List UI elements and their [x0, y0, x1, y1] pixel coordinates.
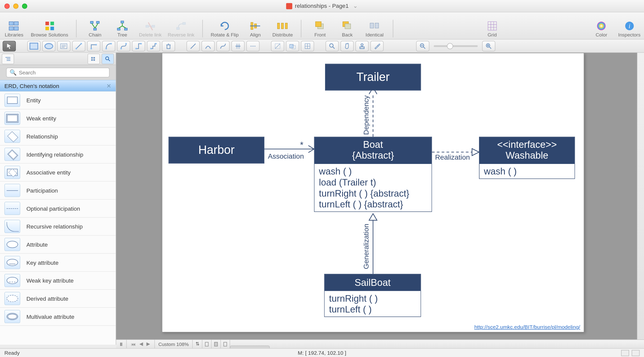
- connector-1-button[interactable]: [72, 41, 85, 51]
- identical-button[interactable]: Identical: [364, 20, 385, 37]
- source-url-note[interactable]: http://sce2.umkc.edu/BIT/burrise/pl/mode…: [474, 324, 580, 330]
- shape-associative-entity[interactable]: Associative entity: [0, 163, 116, 182]
- pagebar-zoom-stepper[interactable]: ⇅: [193, 340, 202, 348]
- chain-button[interactable]: Chain: [85, 20, 106, 37]
- sidebar-search-input[interactable]: [6, 68, 109, 77]
- window-title[interactable]: relationships - Page1: [286, 3, 358, 9]
- sailboat-op-0: turnRight ( ): [329, 293, 416, 304]
- svg-rect-1: [14, 22, 18, 25]
- shape-entity[interactable]: Entity: [0, 92, 116, 110]
- line-4-button[interactable]: [231, 41, 245, 51]
- sidebar-panel-title[interactable]: ERD, Chen's notation ✕: [0, 80, 116, 91]
- secondary-toolbar: [0, 39, 644, 53]
- chain-label: Chain: [89, 32, 101, 37]
- pagebar-first-button[interactable]: ⏮: [129, 341, 138, 347]
- zoom-slider[interactable]: [434, 45, 478, 47]
- svg-rect-48: [135, 48, 137, 49]
- svg-rect-78: [91, 57, 93, 58]
- sidebar-panel-close-icon[interactable]: ✕: [106, 82, 111, 89]
- ellipse-tool-button[interactable]: [42, 41, 55, 51]
- connector-6-button[interactable]: [147, 41, 160, 51]
- svg-rect-24: [281, 23, 284, 29]
- node-sailboat[interactable]: SailBoat turnRight ( ) turnLeft ( ): [324, 274, 421, 317]
- line-1-button[interactable]: [186, 41, 199, 51]
- distribute-button[interactable]: Distribute: [272, 20, 293, 37]
- node-boat[interactable]: Boat {Abstract} wash ( ) load (Trailer t…: [314, 137, 432, 212]
- zoom-out-button[interactable]: [416, 41, 429, 51]
- browse-solutions-button[interactable]: Browse Solutions: [31, 20, 68, 37]
- status-corner-1-button[interactable]: [621, 350, 629, 356]
- shape-weak-entity[interactable]: Weak entity: [0, 109, 116, 127]
- line-3-button[interactable]: [216, 41, 229, 51]
- canvas-paper[interactable]: Trailer Boat {Abstract} wash ( ) load (T…: [162, 53, 584, 332]
- shape-key-attribute[interactable]: Key attribute: [0, 254, 116, 272]
- svg-rect-44: [105, 48, 107, 49]
- rectangle-tool-button[interactable]: [27, 41, 40, 51]
- back-button[interactable]: Back: [337, 20, 358, 37]
- connector-4-button[interactable]: [117, 41, 130, 51]
- shape-relationship[interactable]: Relationship: [0, 127, 116, 146]
- macos-titlebar: relationships - Page1: [0, 0, 644, 12]
- front-button[interactable]: Front: [309, 20, 331, 37]
- shape-label: Participation: [26, 187, 58, 194]
- boat-op-3: turnLeft ( ) {abstract}: [319, 199, 427, 210]
- node-harbor[interactable]: Harbor: [169, 137, 264, 164]
- pagebar-mode-3-button[interactable]: [221, 340, 230, 348]
- hand-tool-button[interactable]: [340, 41, 353, 51]
- eyedropper-tool-button[interactable]: [370, 41, 383, 51]
- status-corner-2-button[interactable]: [632, 350, 639, 356]
- sidebar-grid-view-button[interactable]: [88, 53, 100, 64]
- minimize-window-button[interactable]: [13, 3, 18, 9]
- pagebar-pause-button[interactable]: ⏸: [116, 340, 127, 348]
- connector-3-button[interactable]: [102, 41, 115, 51]
- rotate-flip-button[interactable]: Rotate & Flip: [211, 20, 238, 37]
- misc-3-button[interactable]: [301, 41, 314, 51]
- grid-button[interactable]: Grid: [482, 20, 503, 37]
- libraries-button[interactable]: Libraries: [4, 20, 25, 37]
- pagebar-prev-button[interactable]: ◀: [138, 341, 145, 347]
- tree-button[interactable]: Tree: [112, 20, 133, 37]
- align-button[interactable]: Align: [245, 20, 266, 37]
- color-button[interactable]: Color: [591, 20, 612, 37]
- line-2-button[interactable]: [202, 41, 215, 51]
- shape-derived-attribute[interactable]: Derived attribute: [0, 290, 116, 308]
- zoom-slider-knob[interactable]: [447, 43, 453, 49]
- pagebar-mode-2-button[interactable]: [212, 340, 221, 348]
- connector-2-button[interactable]: [87, 41, 100, 51]
- shape-label: Attribute: [26, 241, 48, 248]
- text-tool-button[interactable]: [57, 41, 70, 51]
- shape-identifying-relationship[interactable]: Identifying relationship: [0, 146, 116, 164]
- svg-rect-30: [370, 23, 374, 28]
- shape-optional-participation[interactable]: Optional participation: [0, 200, 116, 218]
- shape-weak-key-attribute[interactable]: Weak key attribute: [0, 272, 116, 290]
- pointer-tool-button[interactable]: [3, 41, 16, 51]
- shape-recursive-relationship[interactable]: Recursive relationship: [0, 218, 116, 236]
- connector-5-button[interactable]: [132, 41, 145, 51]
- shape-participation[interactable]: Participation: [0, 182, 116, 200]
- delete-tool-button[interactable]: [162, 41, 175, 51]
- shape-attribute[interactable]: Attribute: [0, 236, 116, 254]
- stamp-tool-button[interactable]: [355, 41, 369, 51]
- misc-2-button[interactable]: [286, 41, 299, 51]
- sidebar-search-button[interactable]: [102, 53, 114, 64]
- shape-label: Key attribute: [26, 259, 59, 266]
- node-washable[interactable]: <<interface>> Washable wash ( ): [479, 137, 575, 179]
- canvas-area[interactable]: Trailer Boat {Abstract} wash ( ) load (T…: [116, 53, 637, 345]
- misc-1-button[interactable]: [271, 41, 284, 51]
- node-trailer[interactable]: Trailer: [325, 64, 421, 91]
- shape-label: Weak key attribute: [26, 277, 74, 284]
- zoom-tool-button[interactable]: [326, 41, 339, 51]
- pagebar-next-button[interactable]: ▶: [145, 341, 152, 347]
- sidebar-tree-button[interactable]: [2, 53, 14, 64]
- vertical-scrollbar[interactable]: [637, 53, 644, 345]
- pagebar-mode-1-button[interactable]: [203, 340, 212, 348]
- pagebar-zoom-label[interactable]: Custom 108%: [155, 340, 193, 348]
- reverse-link-label: Reverse link: [168, 32, 194, 37]
- close-window-button[interactable]: [4, 3, 10, 9]
- maximize-window-button[interactable]: [22, 3, 27, 9]
- line-5-button[interactable]: [246, 41, 259, 51]
- inspectors-button[interactable]: i Inspectors: [618, 20, 640, 37]
- shape-multivalue-attribute[interactable]: Multivalue attribute: [0, 308, 116, 326]
- title-dropdown-icon[interactable]: [351, 3, 358, 9]
- zoom-in-button[interactable]: [482, 41, 495, 51]
